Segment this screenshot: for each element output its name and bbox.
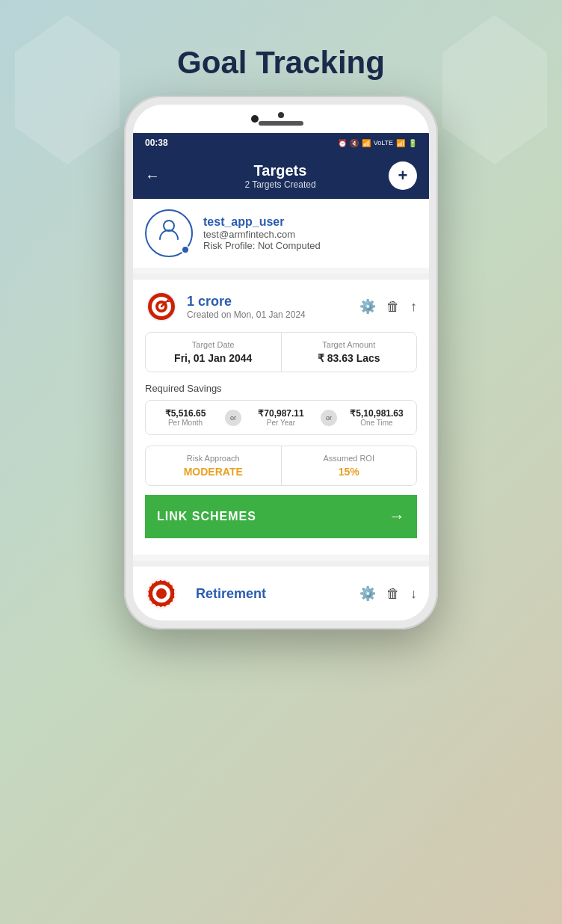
risk-approach-value: MODERATE [155, 466, 272, 478]
or-circle-2: or [321, 410, 337, 426]
target-amount-label: Target Amount [291, 340, 408, 349]
header-title: Targets [172, 162, 389, 179]
header-title-area: Targets 2 Targets Created [172, 162, 389, 190]
risk-roi-row: Risk Approach MODERATE Assumed ROI 15% [145, 446, 417, 486]
link-schemes-arrow: → [389, 507, 405, 526]
link-schemes-button[interactable]: LINK SCHEMES → [145, 495, 417, 538]
avatar-status-dot [181, 245, 190, 254]
assumed-roi-cell: Assumed ROI 15% [281, 446, 417, 485]
target-date-label: Target Date [155, 340, 272, 349]
user-section: test_app_user test@armfintech.com Risk P… [133, 199, 429, 268]
user-icon [157, 218, 181, 248]
phone-inner: 00:38 ⏰ 🔇 📶 VoLTE 📶 🔋 ← Targets 2 Target… [133, 105, 429, 620]
savings-one-time-amount: ₹5,10,981.63 [342, 408, 412, 419]
savings-per-year-amount: ₹70,987.11 [246, 408, 316, 419]
delete-icon-2[interactable]: 🗑 [386, 586, 400, 602]
target-amount-cell: Target Amount ₹ 83.63 Lacs [281, 333, 417, 372]
separator-2 [133, 561, 429, 567]
speaker [259, 121, 303, 126]
header-subtitle: 2 Targets Created [172, 179, 389, 190]
page-title: Goal Tracking [177, 45, 385, 81]
front-camera [251, 115, 259, 123]
user-email: test@armfintech.com [203, 229, 417, 240]
app-header: ← Targets 2 Targets Created + [133, 153, 429, 199]
expand-icon-2[interactable]: ↓ [410, 586, 417, 602]
goal-name-1: 1 crore [187, 294, 359, 309]
risk-approach-label: Risk Approach [155, 454, 272, 463]
user-name: test_app_user [203, 215, 417, 229]
svg-point-11 [156, 588, 167, 599]
goal-created-1: Created on Mon, 01 Jan 2024 [187, 309, 359, 320]
phone-frame: 00:38 ⏰ 🔇 📶 VoLTE 📶 🔋 ← Targets 2 Target… [124, 96, 438, 629]
goal-name-2: Retirement [196, 586, 359, 602]
goal-card-1: 1 crore Created on Mon, 01 Jan 2024 ⚙️ 🗑… [133, 280, 429, 555]
goal-actions-1: ⚙️ 🗑 ↑ [359, 298, 417, 315]
settings-icon-1[interactable]: ⚙️ [359, 298, 376, 315]
delete-icon-1[interactable]: 🗑 [386, 299, 400, 315]
savings-per-month-label: Per Month [150, 419, 220, 427]
assumed-roi-label: Assumed ROI [291, 454, 408, 463]
user-info: test_app_user test@armfintech.com Risk P… [203, 215, 417, 251]
separator-1 [133, 274, 429, 280]
avatar [145, 209, 193, 257]
add-target-button[interactable]: + [389, 161, 417, 190]
goal-title-area-1: 1 crore Created on Mon, 01 Jan 2024 [187, 294, 359, 320]
or-circle-1: or [225, 410, 241, 426]
app-content: test_app_user test@armfintech.com Risk P… [133, 199, 429, 620]
mute-icon: 🔇 [350, 139, 359, 147]
bg-decoration-right [442, 15, 547, 164]
target-date-cell: Target Date Fri, 01 Jan 2044 [146, 333, 281, 372]
wifi-icon: 📶 [362, 139, 371, 147]
phone-notch [133, 105, 429, 133]
goal-icon-1 [145, 290, 178, 323]
signal-icon: 📶 [396, 139, 405, 147]
goal-header-1: 1 crore Created on Mon, 01 Jan 2024 ⚙️ 🗑… [145, 290, 417, 323]
savings-per-month: ₹5,516.65 Per Month [146, 401, 225, 434]
lte-icon: VoLTE [374, 139, 393, 147]
status-time: 00:38 [145, 138, 168, 148]
svg-point-0 [164, 221, 174, 231]
savings-one-time-label: One Time [342, 419, 412, 427]
target-info-1: Target Date Fri, 01 Jan 2044 Target Amou… [145, 332, 417, 372]
settings-icon-2[interactable]: ⚙️ [359, 585, 376, 602]
link-schemes-label: LINK SCHEMES [157, 510, 256, 523]
assumed-roi-value: 15% [291, 466, 408, 478]
goal-card-2: Retirement ⚙️ 🗑 ↓ [133, 567, 429, 620]
risk-approach-cell: Risk Approach MODERATE [146, 446, 281, 485]
savings-per-year-label: Per Year [246, 419, 316, 427]
target-date-value: Fri, 01 Jan 2044 [155, 352, 272, 364]
bg-decoration-left [15, 15, 120, 164]
required-savings-label: Required Savings [145, 383, 417, 394]
savings-per-month-amount: ₹5,516.65 [150, 408, 220, 419]
battery-icon: 🔋 [408, 139, 417, 147]
camera-dot [278, 112, 284, 118]
target-amount-value: ₹ 83.63 Lacs [291, 352, 408, 364]
status-icons: ⏰ 🔇 📶 VoLTE 📶 🔋 [338, 139, 417, 147]
goal-icon-2 [145, 577, 178, 610]
expand-icon-1[interactable]: ↑ [410, 299, 417, 315]
back-button[interactable]: ← [145, 167, 160, 185]
status-bar: 00:38 ⏰ 🔇 📶 VoLTE 📶 🔋 [133, 133, 429, 153]
savings-one-time: ₹5,10,981.63 One Time [337, 401, 416, 434]
user-risk-profile: Risk Profile: Not Computed [203, 240, 417, 251]
savings-row-1: ₹5,516.65 Per Month or ₹70,987.11 Per Ye… [145, 400, 417, 435]
goal-actions-2: ⚙️ 🗑 ↓ [359, 585, 417, 602]
alarm-icon: ⏰ [338, 139, 347, 147]
savings-per-year: ₹70,987.11 Per Year [241, 401, 321, 434]
